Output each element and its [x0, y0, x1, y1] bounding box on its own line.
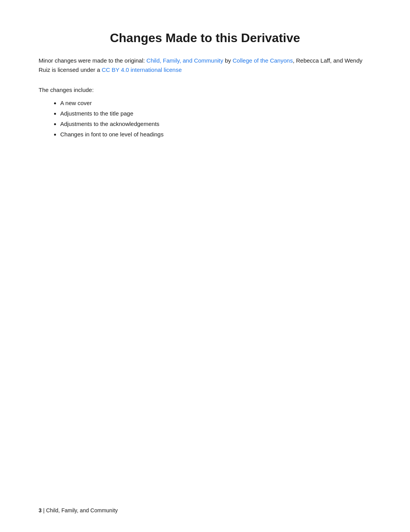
page-title: Changes Made to this Derivative [39, 31, 371, 45]
intro-paragraph: Minor changes were made to the original:… [39, 56, 371, 75]
college-link[interactable]: College of the Canyons [232, 57, 293, 64]
list-item: A new cover [60, 98, 371, 108]
list-item: Changes in font to one level of headings [60, 129, 371, 139]
list-item: Adjustments to the title page [60, 108, 371, 119]
license-link[interactable]: CC BY 4.0 international license [102, 66, 181, 73]
page: Changes Made to this Derivative Minor ch… [0, 0, 410, 532]
page-footer: 3 | Child, Family, and Community [39, 507, 118, 513]
footer-page-number: 3 [39, 507, 42, 513]
footer-book-title: Child, Family, and Community [46, 507, 118, 513]
footer-separator: | [42, 507, 46, 513]
book-link[interactable]: Child, Family, and Community [146, 57, 223, 64]
list-item: Adjustments to the acknowledgements [60, 119, 371, 129]
changes-list: A new cover Adjustments to the title pag… [39, 98, 371, 139]
intro-prefix: Minor changes were made to the original: [39, 57, 146, 64]
changes-intro-text: The changes include: [39, 85, 371, 95]
intro-by: by [223, 57, 232, 64]
